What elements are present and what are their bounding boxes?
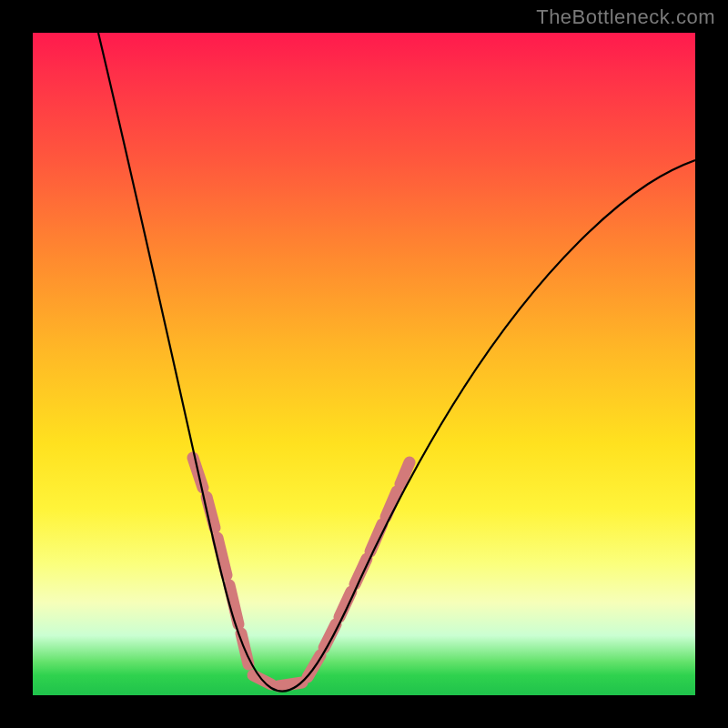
watermark-text: TheBottleneck.com (536, 5, 715, 29)
plot-area (33, 33, 695, 695)
chart-frame: TheBottleneck.com (0, 0, 728, 728)
highlight-seg (355, 559, 367, 584)
highlight-group (193, 458, 410, 686)
bottleneck-curve (98, 33, 695, 692)
highlight-seg (217, 538, 227, 575)
curve-svg (33, 33, 695, 695)
